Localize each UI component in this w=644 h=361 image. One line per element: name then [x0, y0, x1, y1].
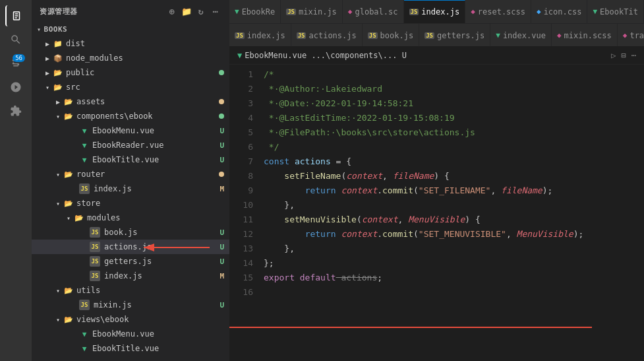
tree-item-public[interactable]: ▶ 📂 public [32, 65, 229, 80]
search-icon[interactable] [5, 29, 26, 50]
tree-item-book-js[interactable]: ▶ JS book.js U [32, 225, 229, 240]
tab-icon-css[interactable]: ◆icon.css [531, 0, 587, 23]
tab-mixin-js[interactable]: JS mixin.js [281, 0, 343, 23]
code-line-8: setFileName(context, fileName) { [264, 169, 644, 183]
public-dot [219, 70, 224, 75]
tree-item-node-modules[interactable]: ▶ 📦 node_modules [32, 51, 229, 65]
source-control-icon[interactable]: 56 [5, 53, 26, 74]
tree-item-mixin-js[interactable]: ▶ JS mixin.js U [32, 298, 229, 312]
tree-item-utils[interactable]: ▾ 📂 utils [32, 283, 229, 298]
tab-ebookre[interactable]: ▼EbookRe [229, 0, 281, 23]
tree-item-getters-js[interactable]: ▶ JS getters.js U [32, 254, 229, 269]
breadcrumb-text: EbookMenu.vue ...\components\... U [245, 51, 407, 60]
code-line-13: }, [264, 242, 644, 256]
assets-dot [219, 99, 224, 104]
folder-icon-src: 📂 [53, 82, 63, 92]
new-file-btn[interactable]: ⊕ [166, 5, 178, 17]
js-icon-tab4: JS [409, 9, 419, 15]
tab-ebooktit[interactable]: ▼EbookTit [587, 0, 643, 23]
tree-item-assets[interactable]: ▶ 📂 assets [32, 94, 229, 109]
tree-item-views-ebook[interactable]: ▾ 📂 views\ebook [32, 312, 229, 327]
tree-item-ebook-title[interactable]: ▶ ▼ EbookTitle.vue U [32, 152, 229, 167]
extensions-icon[interactable] [5, 100, 26, 121]
tree-item-views-ebookmenu[interactable]: ▶ ▼ EbookMenu.vue [32, 327, 229, 341]
breadcrumb-vue-icon: ▼ [237, 51, 242, 60]
folder-icon-modules: 📂 [74, 213, 84, 223]
tree-item-dist[interactable]: ▶ 📁 dist [32, 36, 229, 51]
expand-arrow-dist: ▶ [42, 40, 53, 48]
badge-router-index: M [220, 185, 224, 193]
js-icon-router-index: JS [79, 183, 90, 194]
line-numbers: 1 2 3 4 5 6 7 8 9 10 11 12 13 14 15 16 [229, 65, 261, 361]
scss-icon-tab2-6: ◆ [557, 31, 562, 40]
tab-global-scss[interactable]: ◆global.sc [343, 0, 404, 23]
activity-bar: 56 [0, 0, 32, 361]
tree-item-store-index[interactable]: ▶ JS index.js M [32, 269, 229, 283]
js-icon-mixin: JS [79, 300, 90, 310]
files-icon[interactable] [5, 5, 26, 26]
editor-area: ▼EbookRe JS mixin.js ◆global.sc JS index… [229, 0, 644, 361]
code-line-11: setMenuVisible(context, MenuVisible) { [264, 213, 644, 227]
badge-store-index: M [220, 272, 224, 280]
sidebar-header-actions: ⊕ 📁 ↻ ⋯ [166, 5, 221, 17]
tree-item-ebook-menu[interactable]: ▶ ▼ EbookMenu.vue U [32, 123, 229, 138]
js-icon-getters: JS [90, 256, 100, 267]
tab-reset-scss[interactable]: ◆reset.scss [465, 0, 531, 23]
tab-bar-row1: ▼EbookRe JS mixin.js ◆global.sc JS index… [229, 0, 644, 23]
tree-item-store[interactable]: ▾ 📂 store [32, 196, 229, 211]
new-folder-btn[interactable]: 📁 [181, 5, 192, 17]
tab-index-js[interactable]: JS index.js [404, 0, 466, 23]
expand-arrow-components: ▾ [53, 113, 63, 120]
tree-item-components-ebook[interactable]: ▾ 📂 components\ebook [32, 109, 229, 123]
code-line-4: *·@LastEditTime:·2022-01-19·15:08:19 [264, 111, 644, 125]
tree-item-views-ebooktitle[interactable]: ▶ ▼ EbookTitle.vue [32, 341, 229, 356]
run-debug-icon[interactable] [5, 77, 26, 98]
tab2-index-vue[interactable]: ▼ index.vue [490, 24, 552, 46]
tree-item-src[interactable]: ▾ 📂 src [32, 80, 229, 94]
folder-icon-components: 📂 [63, 111, 74, 121]
run-icon[interactable]: ▷ [611, 51, 616, 60]
code-line-1: /* [264, 67, 644, 82]
books-section-header[interactable]: ▾ BOOKS [32, 22, 229, 36]
tree-section-books: ▾ BOOKS ▶ 📁 dist ▶ 📦 node_modules ▶ [32, 22, 229, 356]
tab2-index-js[interactable]: JS index.js [229, 24, 291, 46]
tree-item-modules[interactable]: ▾ 📂 modules [32, 211, 229, 225]
js-icon-actions: JS [90, 242, 100, 252]
components-dot [219, 114, 224, 119]
refresh-btn[interactable]: ↻ [195, 5, 207, 17]
js-icon-store-index: JS [90, 271, 100, 281]
badge-ebooktitle: U [220, 156, 224, 164]
tab2-actions-js[interactable]: JS actions.js [291, 24, 363, 46]
folder-icon-dist: 📁 [53, 38, 63, 49]
tab2-transition[interactable]: ◆transitio [618, 24, 644, 46]
badge-mixin: U [220, 301, 224, 310]
badge-actions: U [220, 243, 224, 251]
tree-item-ebook-reader[interactable]: ▶ ▼ EbookReader.vue U [32, 138, 229, 152]
expand-arrow-src: ▾ [42, 84, 53, 91]
folder-icon-router: 📂 [63, 169, 74, 180]
code-line-3: *·@Date:·2022-01-19·14:58:21 [264, 96, 644, 111]
code-content[interactable]: /* *·@Author:·Lakeiedward *·@Date:·2022-… [261, 65, 644, 361]
folder-icon-store: 📂 [63, 198, 74, 209]
tree-item-actions-js[interactable]: ▶ JS actions.js U [32, 240, 229, 254]
vue-icon-ebookmenu: ▼ [79, 125, 90, 136]
tree-item-router-index[interactable]: ▶ JS index.js M [32, 181, 229, 196]
vue-icon-ebookreader: ▼ [79, 140, 90, 150]
expand-arrow-views: ▾ [53, 316, 63, 323]
tab2-book-js[interactable]: JS book.js [363, 24, 419, 46]
tab2-mixin-scss[interactable]: ◆mixin.scss [552, 24, 618, 46]
vue-icon-tab2-5: ▼ [496, 31, 500, 40]
expand-arrow-modules: ▾ [63, 214, 74, 222]
expand-arrow-store: ▾ [53, 200, 63, 207]
split-editor-icon[interactable]: ⊟ [622, 51, 626, 60]
tree-item-router[interactable]: ▾ 📂 router [32, 167, 229, 181]
js-icon-book: JS [90, 227, 100, 238]
expand-arrow-public: ▶ [42, 69, 53, 77]
collapse-btn[interactable]: ⋯ [210, 5, 221, 17]
folder-icon-utils: 📂 [63, 285, 74, 296]
tab2-getters-js[interactable]: JS getters.js [419, 24, 490, 46]
sidebar: 资源管理器 ⊕ 📁 ↻ ⋯ ▾ BOOKS ▶ 📁 dist ▶ [32, 0, 229, 361]
more-icon[interactable]: ⋯ [631, 51, 636, 60]
expand-arrow-node-modules: ▶ [42, 55, 53, 62]
code-editor[interactable]: 1 2 3 4 5 6 7 8 9 10 11 12 13 14 15 16 /… [229, 65, 644, 361]
